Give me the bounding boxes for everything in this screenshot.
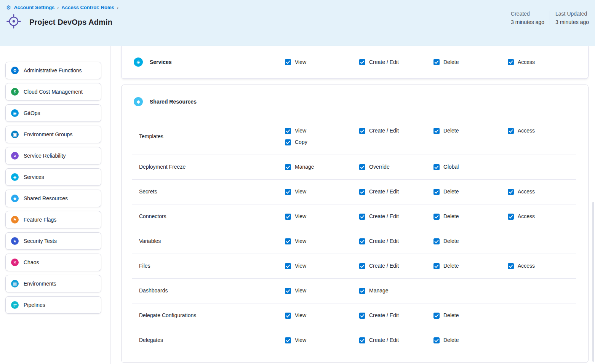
sidebar-item-services[interactable]: ◈ Services <box>5 168 101 186</box>
sidebar-item-pipelines[interactable]: ⇄ Pipelines <box>5 296 101 314</box>
modules-sidebar: ⚙ Administrative Functions $ Cloud Cost … <box>0 46 110 364</box>
pipelines-icon: ⇄ <box>11 301 19 309</box>
permission-cell: Create / Edit <box>359 328 433 353</box>
permission-cell: Create / Edit <box>359 229 433 254</box>
services-module: ◈ Services <box>134 57 285 67</box>
variables-delete-checkbox[interactable]: Delete <box>433 238 459 244</box>
sidebar-item-label: Cloud Cost Management <box>24 89 83 95</box>
checkbox-label: View <box>295 59 306 65</box>
shared-resources-icon: ◆ <box>11 195 19 202</box>
checked-checkbox-icon <box>359 313 365 319</box>
deployment-freeze-override-checkbox[interactable]: Override <box>359 164 390 170</box>
variables-create-edit-checkbox[interactable]: Create / Edit <box>359 238 399 244</box>
sidebar-item-chaos[interactable]: ✕ Chaos <box>5 254 101 271</box>
files-access-checkbox[interactable]: Access <box>508 263 535 269</box>
templates-delete-checkbox[interactable]: Delete <box>433 128 459 134</box>
permission-cell: Access <box>508 50 588 75</box>
files-view-checkbox[interactable]: View <box>285 263 306 269</box>
delegate-configurations-delete-checkbox[interactable]: Delete <box>433 312 459 319</box>
secrets-access-checkbox[interactable]: Access <box>508 188 535 195</box>
sidebar-item-environment-groups[interactable]: ▣ Environment Groups <box>5 126 101 143</box>
dashboards-manage-checkbox[interactable]: Manage <box>359 287 389 294</box>
checked-checkbox-icon <box>285 214 291 220</box>
last-updated-meta: Last Updated 3 minutes ago <box>555 11 589 25</box>
delegate-configurations-create-edit-checkbox[interactable]: Create / Edit <box>359 312 399 319</box>
checkbox-label: Delete <box>443 238 459 244</box>
checkbox-label: Manage <box>369 287 389 294</box>
checked-checkbox-icon <box>508 263 514 269</box>
secrets-create-edit-checkbox[interactable]: Create / Edit <box>359 188 399 195</box>
services-permissions-card: ◈ Services View Create / Edit <box>121 46 589 79</box>
checked-checkbox-icon <box>359 214 365 220</box>
sidebar-item-cloud-cost-management[interactable]: $ Cloud Cost Management <box>5 83 101 101</box>
templates-access-checkbox[interactable]: Access <box>508 128 535 134</box>
sidebar-item-environments[interactable]: ▦ Environments <box>5 275 101 292</box>
permission-cell: View <box>285 254 359 278</box>
secrets-delete-checkbox[interactable]: Delete <box>433 188 459 195</box>
checkbox-label: Access <box>518 213 535 220</box>
permission-cell: Delete <box>433 328 508 353</box>
breadcrumb-account-settings[interactable]: Account Settings <box>14 5 54 10</box>
services-view-checkbox[interactable]: View <box>285 59 306 65</box>
environment-groups-icon: ▣ <box>11 131 19 138</box>
files-delete-checkbox[interactable]: Delete <box>433 263 459 269</box>
templates-copy-checkbox[interactable]: Copy <box>285 139 307 145</box>
sidebar-item-feature-flags[interactable]: ⚑ Feature Flags <box>5 211 101 228</box>
row-label-cell: Files <box>139 254 285 278</box>
files-create-edit-checkbox[interactable]: Create / Edit <box>359 263 399 269</box>
shared-resources-permissions-card: ◆ Shared Resources Templates View Copy <box>121 85 589 363</box>
delegates-delete-checkbox[interactable]: Delete <box>433 337 459 343</box>
created-meta: Created 3 minutes ago <box>511 11 544 25</box>
secrets-view-checkbox[interactable]: View <box>285 188 306 195</box>
checkbox-label: Delete <box>443 337 459 343</box>
connectors-delete-checkbox[interactable]: Delete <box>433 213 459 220</box>
row-label: Delegates <box>139 337 163 343</box>
checkbox-label: View <box>295 238 306 244</box>
services-create-edit-checkbox[interactable]: Create / Edit <box>359 59 399 65</box>
delegate-configurations-view-checkbox[interactable]: View <box>285 312 306 319</box>
deployment-freeze-manage-checkbox[interactable]: Manage <box>285 164 314 170</box>
sidebar-item-administrative-functions[interactable]: ⚙ Administrative Functions <box>5 62 101 79</box>
row-label-cell: Variables <box>139 229 285 254</box>
breadcrumb-access-control-roles[interactable]: Access Control: Roles <box>61 5 114 10</box>
deployment-freeze-global-checkbox[interactable]: Global <box>433 164 459 170</box>
permission-cell: Delete <box>433 179 508 204</box>
services-module-title: Services <box>150 59 172 65</box>
permission-cell: Delete <box>433 118 508 155</box>
checked-checkbox-icon <box>285 189 291 195</box>
role-target-icon <box>6 14 21 30</box>
delegates-create-edit-checkbox[interactable]: Create / Edit <box>359 337 399 343</box>
sidebar-item-label: Pipelines <box>24 302 45 308</box>
checked-checkbox-icon <box>285 128 291 134</box>
templates-create-edit-checkbox[interactable]: Create / Edit <box>359 128 399 134</box>
connectors-access-checkbox[interactable]: Access <box>508 213 535 220</box>
connectors-create-edit-checkbox[interactable]: Create / Edit <box>359 213 399 220</box>
shared-resources-module-title: Shared Resources <box>150 99 197 105</box>
checkbox-label: Create / Edit <box>369 128 399 134</box>
connectors-view-checkbox[interactable]: View <box>285 213 306 220</box>
checked-checkbox-icon <box>359 337 365 343</box>
sidebar-item-gitops[interactable]: ◉ GitOps <box>5 104 101 122</box>
variables-view-checkbox[interactable]: View <box>285 238 306 244</box>
services-access-checkbox[interactable]: Access <box>508 59 535 65</box>
sidebar-item-security-tests[interactable]: ★ Security Tests <box>5 232 101 250</box>
sidebar-item-label: Service Reliability <box>24 153 66 159</box>
services-delete-checkbox[interactable]: Delete <box>433 59 459 65</box>
sidebar-item-shared-resources[interactable]: ◆ Shared Resources <box>5 190 101 207</box>
permission-cell: Override <box>359 155 433 179</box>
sidebar-item-service-reliability[interactable]: ◕ Service Reliability <box>5 147 101 164</box>
permission-cell-empty <box>508 303 588 328</box>
sidebar-item-label: Shared Resources <box>24 195 68 201</box>
permission-row-delegate-configurations: Delegate Configurations View Create / Ed… <box>122 303 588 328</box>
settings-gear-icon[interactable]: ⚙ <box>6 5 11 10</box>
permissions-content: ◈ Services View Create / Edit <box>110 46 595 364</box>
dashboards-view-checkbox[interactable]: View <box>285 287 306 294</box>
permission-row-deployment-freeze: Deployment Freeze Manage Override <box>122 155 588 179</box>
scrollbar-thumb[interactable] <box>592 202 594 362</box>
templates-view-checkbox[interactable]: View <box>285 128 306 134</box>
delegates-view-checkbox[interactable]: View <box>285 337 306 343</box>
permission-cell: Create / Edit <box>359 254 433 278</box>
permission-cell: View <box>285 328 359 353</box>
checkbox-label: View <box>295 188 306 195</box>
permission-cell: Create / Edit <box>359 50 433 75</box>
